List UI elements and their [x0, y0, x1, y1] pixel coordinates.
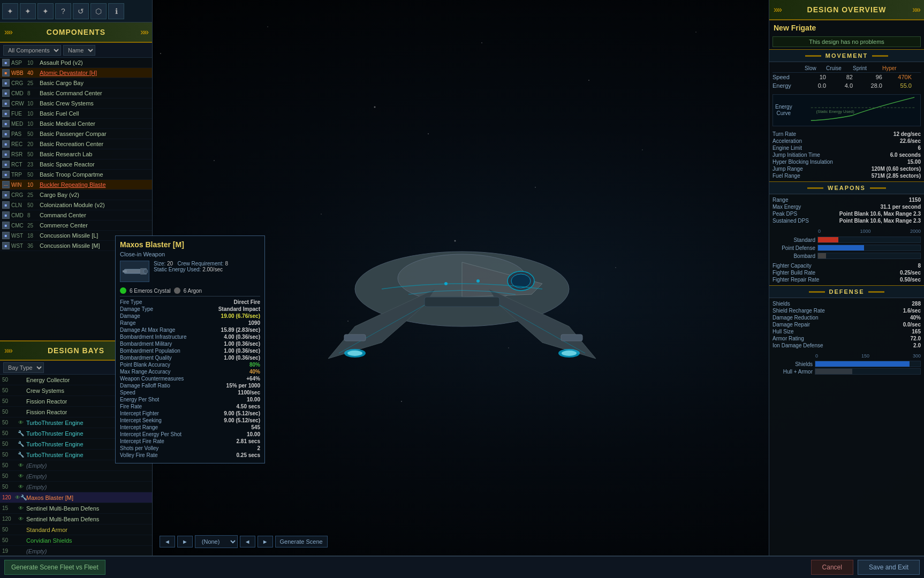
stat-damage-reduction: Damage Reduction 40%	[772, 314, 921, 321]
tooltip-stat: Intercept Range 545	[120, 424, 260, 431]
stat-damage-repair: Damage Repair 0.0/sec	[772, 321, 921, 328]
comp-icon-asp: ■	[2, 59, 10, 66]
tooltip-stat: Bombardment Military 1.00 (0.36/sec)	[120, 340, 260, 347]
list-item[interactable]: ■ MED 10 Basic Medical Center	[0, 119, 152, 129]
comp-icon-crg2: ■	[2, 191, 10, 199]
list-item[interactable]: ■ WBB 40 Atomic Devastator [H]	[0, 68, 152, 78]
components-filter-all[interactable]: All Components	[3, 45, 61, 56]
movement-table: Slow Cruise Sprint Hyper Speed 10 82 96 …	[769, 62, 924, 92]
generate-fleet-btn[interactable]: Generate Scene Fleet vs Fleet	[4, 560, 105, 575]
list-item[interactable]: ■ FUE 10 Basic Fuel Cell	[0, 109, 152, 119]
list-item[interactable]: — WIN 10 Buckler Repeating Blaste	[0, 180, 152, 190]
toolbar-select-btn[interactable]: ✦	[20, 3, 36, 19]
weapons-section-header: WEAPONS	[769, 181, 924, 194]
toolbar-move-btn[interactable]: ✦	[2, 3, 18, 19]
components-filter-row: All Components Name	[0, 43, 152, 58]
stat-acceleration: Acceleration 22.6/sec	[772, 138, 921, 144]
comp-icon-wst2: ■	[2, 242, 10, 249]
comp-icon-fue: ■	[2, 110, 10, 117]
list-item[interactable]: ■ CRG 25 Basic Cargo Bay	[0, 78, 152, 88]
list-item[interactable]: ■ REC 20 Basic Recreation Center	[0, 139, 152, 149]
toolbar-info-btn[interactable]: ℹ	[108, 3, 124, 19]
list-item[interactable]: ■ CMC 25 Commerce Center	[0, 220, 152, 231]
stat-max-energy: Max Energy 31.1 per second	[772, 203, 921, 210]
comp-icon-crw: ■	[2, 100, 10, 107]
comp-icon-cln: ■	[2, 201, 10, 209]
def-bar-fill-hull	[815, 369, 852, 374]
bottom-bar: Generate Scene Fleet vs Fleet Cancel Sav…	[0, 556, 924, 578]
list-item[interactable]: ■ RCT 23 Basic Space Reactor	[0, 159, 152, 170]
toolbar-undo-btn[interactable]: ↺	[73, 3, 89, 19]
tooltip-basic-stats: Size: 20 Crew Requirement: 8 Static Ener…	[154, 261, 228, 272]
chevrons-right-overview: »»	[912, 5, 920, 14]
list-item[interactable]: ■ CLN 50 Colonization Module (v2)	[0, 200, 152, 210]
bay-item[interactable]: 50 👁 (Empty)	[0, 471, 152, 482]
comp-icon-med: ■	[2, 120, 10, 127]
toolbar: ✦ ✦ ✦ ? ↺ ⬡ ℹ	[0, 0, 152, 22]
defense-bars: 0 150 300 Shields Hull + Armor	[769, 351, 924, 378]
bay-item[interactable]: 50 Corvidian Shields	[0, 535, 152, 546]
list-item[interactable]: ■ CRW 10 Basic Crew Systems	[0, 98, 152, 109]
tooltip-stat: Fire Type Direct Fire	[120, 299, 260, 306]
section-bar	[805, 55, 821, 57]
stat-fuel-range: Fuel Range 571M (2.85 sectors)	[772, 172, 921, 179]
scene-next2-btn[interactable]: ►	[257, 536, 273, 547]
bay-item-maxos[interactable]: 120 👁🔧 Maxos Blaster [M]	[0, 492, 152, 503]
stat-hyper-blocking: Hyper Blocking Insulation 15.00	[772, 158, 921, 165]
comp-icon-wst: ■	[2, 232, 10, 239]
generate-scene-btn[interactable]: Generate Scene	[275, 536, 328, 547]
bay-item[interactable]: 15 👁 Sentinel Multi-Beam Defens	[0, 503, 152, 514]
toolbar-help-btn[interactable]: ?	[55, 3, 71, 19]
list-item[interactable]: ■ CMD 8 Basic Command Center	[0, 88, 152, 98]
scene-next-btn[interactable]: ►	[177, 536, 193, 547]
comp-icon-cmc: ■	[2, 222, 10, 229]
tooltip-resources: 6 Emeros Crystal 6 Argon	[120, 287, 260, 294]
components-filter-name[interactable]: Name	[63, 45, 95, 56]
tooltip-stat: Damage 19.00 (6.76/sec)	[120, 313, 260, 320]
list-item[interactable]: ■ CMD 8 Command Center	[0, 210, 152, 220]
bay-item[interactable]: 50 👁 (Empty)	[0, 482, 152, 492]
stat-jump-init: Jump Initiation Time 6.0 seconds	[772, 151, 921, 158]
toolbar-tool-btn[interactable]: ✦	[37, 3, 54, 19]
bay-type-filter[interactable]: Bay Type	[3, 362, 44, 373]
cancel-button[interactable]: Cancel	[811, 560, 853, 575]
tooltip-title: Maxos Blaster [M]	[120, 240, 260, 249]
chevrons-left-overview: »»	[774, 5, 781, 14]
tooltip-stat: Point Blank Accuracy 80%	[120, 361, 260, 368]
svg-text:(Static Energy Used): (Static Energy Used)	[816, 109, 855, 114]
tooltip-stat: Speed 1100/sec	[120, 389, 260, 396]
tooltip-stat: Energy Per Shot 10.00	[120, 396, 260, 403]
tooltip-header-row: Size: 20 Crew Requirement: 8 Static Ener…	[120, 261, 260, 284]
scene-prev-btn[interactable]: ◄	[160, 536, 175, 547]
list-item[interactable]: ■ TRP 50 Basic Troop Compartme	[0, 170, 152, 180]
stat-armor-rating: Armor Rating 72.0	[772, 335, 921, 342]
save-exit-button[interactable]: Save and Exit	[858, 560, 920, 575]
bay-item[interactable]: 19 (Empty)	[0, 546, 152, 557]
movement-section-header: MOVEMENT	[769, 49, 924, 62]
list-item[interactable]: ■ CRG 25 Cargo Bay (v2)	[0, 190, 152, 200]
movement-stats: Turn Rate 12 deg/sec Acceleration 22.6/s…	[769, 128, 924, 181]
stat-sustained-dps: Sustained DPS Point Blank 10.6, Max Rang…	[772, 217, 921, 224]
section-bar	[868, 291, 884, 293]
stat-engine-limit: Engine Limit 6	[772, 144, 921, 151]
energy-curve-label: EnergyCurve	[775, 104, 792, 117]
tooltip-stat: Fire Rate 4.50 secs	[120, 403, 260, 410]
toolbar-hex-btn[interactable]: ⬡	[90, 3, 107, 19]
tooltip-popup: Maxos Blaster [M] Close-in Weapon Size: …	[115, 235, 265, 463]
right-panel: »» DESIGN OVERVIEW »» New Frigate This d…	[769, 0, 924, 578]
energy-curve-area: EnergyCurve (Static Energy Used)	[772, 94, 921, 126]
scene-none-dropdown[interactable]: (None)	[195, 535, 238, 548]
defense-bar-axis: 0 150 300	[772, 353, 921, 360]
def-bar-track-shields	[815, 361, 921, 367]
bay-item-standard-armor[interactable]: 50 Standard Armor	[0, 524, 152, 535]
stat-peak-dps: Peak DPS Point Blank 10.6, Max Range 2.3	[772, 210, 921, 217]
svg-point-38	[143, 269, 148, 273]
stat-shields: Shields 288	[772, 300, 921, 307]
bay-item[interactable]: 120 👁 Sentinel Multi-Beam Defens	[0, 514, 152, 524]
list-item[interactable]: ■ RSR 50 Basic Research Lab	[0, 149, 152, 159]
list-item[interactable]: ■ PAS 50 Basic Passenger Compar	[0, 129, 152, 139]
stat-jump-range: Jump Range 120M (0.60 sectors)	[772, 165, 921, 172]
scene-prev2-btn[interactable]: ◄	[240, 536, 255, 547]
tooltip-stat: Intercept Seeking 9.00 (5.12/sec)	[120, 417, 260, 424]
list-item[interactable]: ■ ASP 10 Assault Pod (v2)	[0, 58, 152, 68]
